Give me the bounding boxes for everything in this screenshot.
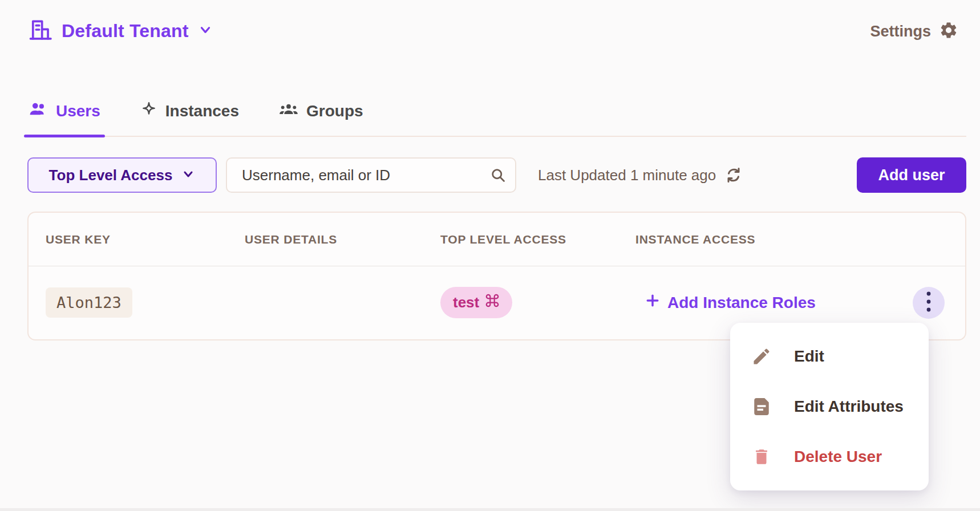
tab-groups-label: Groups — [306, 102, 363, 120]
tab-groups[interactable]: Groups — [278, 87, 365, 136]
tab-users[interactable]: Users — [27, 87, 102, 136]
toolbar: Top Level Access Last Updated 1 minute a… — [27, 157, 966, 193]
tenant-switcher[interactable]: Default Tenant — [27, 17, 213, 44]
document-icon — [751, 396, 772, 417]
settings-button[interactable]: Settings — [870, 21, 958, 42]
role-badge-label: test — [453, 294, 479, 311]
menu-item-edit[interactable]: Edit — [730, 331, 929, 382]
user-management-page: Default Tenant Settings Us — [0, 0, 980, 511]
tab-instances-label: Instances — [165, 102, 239, 120]
filter-label: Top Level Access — [49, 167, 173, 184]
instance-access-cell: Add Instance Roles — [635, 293, 948, 313]
search-box — [226, 157, 516, 193]
tab-instances[interactable]: Instances — [139, 87, 240, 136]
user-key-cell: Alon123 — [46, 287, 245, 318]
top-level-access-filter[interactable]: Top Level Access — [27, 157, 217, 193]
tenant-name: Default Tenant — [62, 21, 189, 42]
users-icon — [29, 102, 48, 121]
search-icon — [490, 167, 506, 185]
row-actions-menu: Edit Edit Attributes Delete User — [730, 323, 929, 490]
col-top-level-access: TOP LEVEL ACCESS — [440, 233, 635, 246]
col-user-details: USER DETAILS — [245, 233, 440, 246]
menu-item-delete-user-label: Delete User — [794, 448, 882, 466]
plus-icon — [645, 293, 661, 313]
col-instance-access: INSTANCE ACCESS — [635, 233, 948, 246]
menu-item-edit-label: Edit — [794, 347, 824, 366]
building-icon — [27, 17, 52, 44]
last-updated-text: Last Updated 1 minute ago — [538, 167, 716, 184]
kebab-dots-icon — [925, 290, 932, 315]
search-input[interactable] — [226, 157, 516, 193]
settings-label: Settings — [870, 23, 931, 40]
last-updated: Last Updated 1 minute ago — [538, 167, 742, 184]
add-user-button[interactable]: Add user — [857, 157, 966, 193]
trash-icon — [751, 447, 772, 467]
users-table: USER KEY USER DETAILS TOP LEVEL ACCESS I… — [27, 212, 966, 340]
add-instance-roles-label: Add Instance Roles — [667, 294, 816, 312]
top-level-access-cell: test — [440, 287, 635, 318]
pencil-icon — [751, 346, 772, 367]
role-badge: test — [440, 287, 512, 318]
chevron-down-icon — [198, 22, 213, 39]
row-actions-kebab-button[interactable] — [913, 287, 945, 319]
add-instance-roles-button[interactable]: Add Instance Roles — [645, 293, 816, 313]
user-key-chip: Alon123 — [46, 287, 132, 318]
col-user-key: USER KEY — [46, 233, 245, 246]
refresh-icon[interactable] — [725, 167, 742, 184]
groups-icon — [279, 102, 298, 120]
menu-item-edit-attributes-label: Edit Attributes — [794, 398, 904, 416]
tab-users-label: Users — [56, 102, 100, 120]
window-bottom-edge — [0, 508, 980, 511]
command-icon — [485, 293, 500, 312]
menu-item-delete-user[interactable]: Delete User — [730, 432, 929, 482]
sparkle-icon — [140, 101, 157, 122]
table-header-row: USER KEY USER DETAILS TOP LEVEL ACCESS I… — [29, 213, 965, 266]
menu-item-edit-attributes[interactable]: Edit Attributes — [730, 382, 929, 432]
gear-icon — [939, 21, 958, 42]
chevron-down-icon — [181, 167, 195, 183]
tab-bar: Users Instances Groups — [27, 87, 966, 137]
